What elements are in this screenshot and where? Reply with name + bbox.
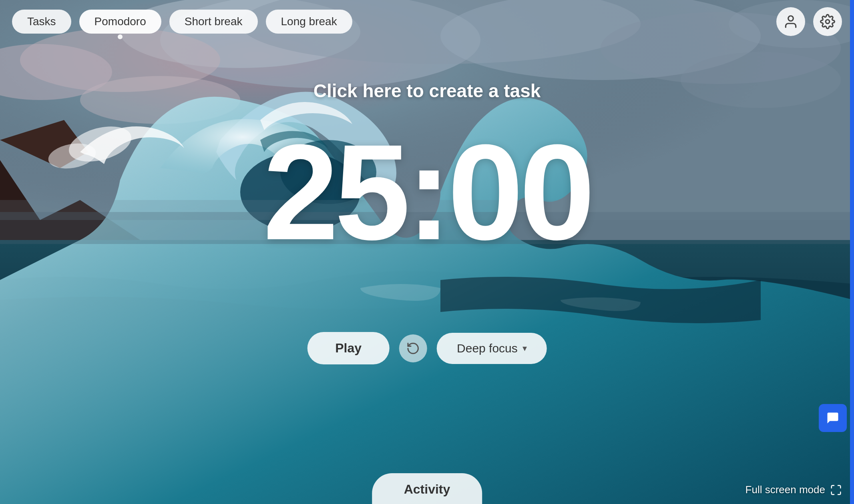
pomodoro-button[interactable]: Pomodoro [79, 10, 161, 34]
focus-label: Deep focus [457, 342, 518, 355]
task-prompt[interactable]: Click here to create a task [313, 80, 541, 102]
dropdown-arrow-icon: ▾ [522, 343, 527, 354]
user-button[interactable] [776, 7, 805, 36]
svg-point-19 [788, 16, 794, 21]
activity-button[interactable]: Activity [372, 473, 482, 504]
person-icon [783, 14, 798, 29]
reset-button[interactable] [399, 334, 427, 362]
pomodoro-nav-wrapper: Pomodoro [79, 10, 161, 34]
fullscreen-button[interactable]: Full screen mode [745, 484, 842, 496]
play-button[interactable]: Play [307, 332, 390, 364]
short-break-button[interactable]: Short break [169, 10, 258, 34]
focus-mode-button[interactable]: Deep focus ▾ [437, 333, 547, 364]
sidebar-bar [850, 0, 854, 504]
settings-button[interactable] [813, 7, 842, 36]
reset-icon [406, 342, 420, 355]
long-break-button[interactable]: Long break [266, 10, 352, 34]
svg-point-8 [681, 52, 841, 108]
svg-point-20 [826, 20, 830, 24]
fullscreen-icon [830, 484, 842, 496]
controls-row: Play Deep focus ▾ [307, 332, 547, 364]
gear-icon [820, 14, 835, 29]
tasks-button[interactable]: Tasks [12, 10, 71, 34]
top-navigation: Tasks Pomodoro Short break Long break [0, 0, 854, 43]
chat-button[interactable] [819, 404, 847, 432]
fullscreen-label: Full screen mode [745, 484, 825, 496]
chat-icon [826, 411, 840, 425]
timer-display: 25:00 [263, 124, 591, 260]
nav-indicator [118, 34, 123, 39]
